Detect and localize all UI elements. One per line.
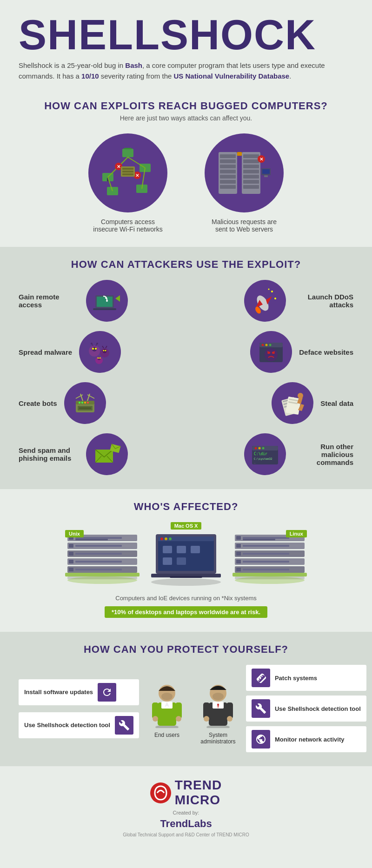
svg-rect-131 — [75, 569, 122, 570]
svg-point-46 — [106, 300, 108, 302]
sysadmin-label: System administrators — [199, 732, 237, 745]
svg-rect-42 — [237, 152, 242, 156]
attacker-circle-deface — [250, 331, 292, 373]
svg-point-89 — [79, 402, 80, 404]
monitor-network-text: Monitor network activity — [275, 736, 345, 743]
svg-point-72 — [100, 358, 101, 359]
svg-point-91 — [84, 402, 86, 404]
sysadmin-person: System administrators — [199, 672, 237, 745]
svg-rect-17 — [122, 168, 133, 170]
linux-badge: Linux — [286, 530, 307, 537]
svg-point-61 — [91, 343, 93, 345]
attacker-label-malware: Spread malware — [19, 348, 72, 356]
svg-point-176 — [176, 716, 181, 722]
exploit-circle-wifi: ✕ ✕ — [88, 133, 167, 212]
attacker-circle-ddos — [244, 280, 286, 322]
exploit-circle-server: ✕ — [205, 133, 284, 212]
svg-point-175 — [153, 716, 158, 722]
header-section: SHELLSHOCK Shellshock is a 25-year-old b… — [0, 0, 372, 91]
refresh-icon-box — [98, 683, 116, 702]
svg-rect-25 — [220, 170, 236, 173]
svg-rect-36 — [243, 185, 259, 189]
attacker-item-remote-access: Gain remote access — [19, 280, 181, 322]
svg-point-57 — [92, 348, 94, 350]
svg-point-140 — [169, 537, 172, 540]
svg-rect-157 — [236, 552, 241, 556]
svg-point-171 — [161, 693, 173, 700]
svg-rect-150 — [236, 536, 241, 540]
svg-point-58 — [95, 348, 97, 350]
affected-highlight: *10% of desktops and laptops worldwide a… — [105, 606, 267, 618]
svg-text:C:\system32: C:\system32 — [254, 457, 272, 461]
svg-point-78 — [269, 344, 272, 346]
attacker-item-spam: Send spam and phishing emails — [19, 433, 181, 475]
svg-point-90 — [81, 402, 83, 404]
end-user-figure — [148, 672, 186, 728]
svg-rect-144 — [163, 557, 172, 565]
attacker-item-steal: Steal data — [191, 382, 353, 424]
attacker-circle-malware — [79, 331, 121, 373]
svg-point-76 — [262, 344, 264, 346]
detection-tool-text-admin: Use Shellshock detection tool — [275, 705, 361, 712]
admin-items: Patch systems Use Shellshock detection t… — [246, 665, 366, 752]
svg-point-110 — [255, 447, 257, 450]
svg-rect-160 — [236, 560, 241, 563]
svg-rect-24 — [220, 165, 236, 168]
svg-rect-23 — [220, 159, 236, 163]
svg-rect-130 — [69, 568, 73, 571]
svg-text:✕: ✕ — [135, 173, 139, 178]
attacker-item-deface: Deface websites — [191, 331, 353, 373]
footer-tagline: Global Technical Support and R&D Center … — [123, 832, 249, 837]
svg-rect-143 — [191, 546, 200, 553]
install-updates-text: Install software updates — [24, 689, 93, 696]
svg-point-148 — [151, 578, 221, 586]
svg-point-139 — [165, 537, 167, 540]
protect-title: HOW CAN YOU PROTECT YOURSELF? — [19, 643, 353, 656]
exploit-label-wifi: Computers access insecure Wi-Fi networks — [91, 218, 165, 233]
svg-rect-39 — [264, 175, 268, 177]
patch-systems-text: Patch systems — [275, 675, 317, 682]
protect-content: Install software updates Use Shellshock … — [19, 665, 353, 752]
trendmicro-logo: TRENDMICRO — [150, 778, 222, 808]
attackers-title: HOW CAN ATTACKERS USE THE EXPLOIT? — [19, 258, 353, 271]
svg-point-134 — [67, 576, 137, 584]
attacker-label-spam: Send spam and phishing emails — [19, 446, 79, 462]
svg-rect-136 — [158, 537, 214, 571]
attacker-item-ddos: Launch DDoS attacks — [191, 280, 353, 322]
monitor-network-item: Monitor network activity — [246, 726, 366, 752]
attacker-item-malware: Spread malware — [19, 331, 181, 373]
attackers-section: HOW CAN ATTACKERS USE THE EXPLOIT? Gain … — [0, 247, 372, 489]
svg-rect-128 — [75, 561, 122, 563]
svg-point-62 — [96, 343, 98, 345]
svg-rect-161 — [243, 561, 289, 563]
attacker-circle-spam — [86, 433, 128, 475]
attacker-circle-steal — [272, 382, 313, 424]
created-by-text: Created by: — [173, 810, 199, 815]
svg-rect-26 — [220, 175, 236, 179]
svg-text:✕: ✕ — [117, 164, 120, 169]
svg-rect-30 — [243, 154, 259, 158]
attacker-label-remote-access: Gain remote access — [19, 293, 79, 309]
exploits-section: HOW CAN EXPLOITS REACH BUGGED COMPUTERS?… — [0, 91, 372, 247]
exploit-item-wifi: ✕ ✕ Computers access insecure Wi-Fi netw… — [88, 133, 167, 233]
svg-point-52 — [274, 298, 276, 299]
globe-icon — [255, 734, 266, 745]
detection-tool-text-user: Use Shellshock detection tool — [24, 722, 110, 729]
end-user-items: Install software updates Use Shellshock … — [19, 679, 139, 738]
svg-point-71 — [98, 358, 99, 359]
header-description: Shellshock is a 25-year-old bug in Bash,… — [19, 60, 344, 81]
protect-section: HOW CAN YOU PROTECT YOURSELF? Install so… — [0, 632, 372, 766]
trendlabs-text: TrendLabs — [160, 818, 212, 830]
affected-devices: Unix — [19, 522, 353, 588]
tools-icon-user — [119, 720, 130, 731]
svg-rect-1 — [122, 149, 133, 157]
svg-point-103 — [298, 393, 303, 398]
svg-rect-34 — [243, 175, 259, 179]
tools-icon-admin — [255, 703, 266, 714]
svg-rect-152 — [243, 539, 275, 540]
exploit-label-server: Malicious requests are sent to Web serve… — [207, 218, 281, 233]
svg-rect-154 — [236, 544, 241, 548]
linux-server-stack: Linux — [232, 530, 307, 588]
svg-text:✕: ✕ — [259, 157, 263, 162]
svg-point-54 — [81, 333, 119, 371]
